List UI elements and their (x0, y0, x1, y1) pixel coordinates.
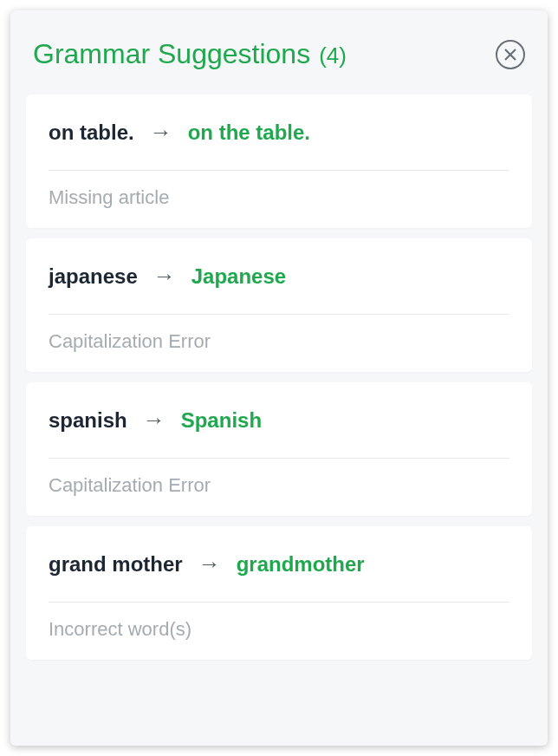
original-text: on table. (49, 121, 134, 145)
correction-row: spanish → Spanish (49, 407, 509, 433)
error-type-label: Capitalization Error (49, 330, 509, 353)
divider (49, 314, 509, 315)
arrow-icon: → (153, 263, 176, 290)
correction-row: on table. → on the table. (49, 119, 509, 146)
close-icon (503, 48, 517, 62)
divider (49, 170, 509, 171)
corrected-text: on the table. (188, 121, 310, 145)
original-text: grand mother (49, 552, 183, 577)
original-text: spanish (49, 408, 127, 433)
suggestion-card[interactable]: on table. → on the table. Missing articl… (26, 94, 532, 228)
divider (49, 458, 509, 459)
corrected-text: Japanese (191, 264, 286, 289)
corrected-text: Spanish (181, 408, 262, 433)
grammar-suggestions-panel: Grammar Suggestions (4) on table. → on t… (10, 10, 548, 746)
suggestion-card[interactable]: japanese → Japanese Capitalization Error (26, 238, 532, 372)
close-button[interactable] (496, 40, 525, 69)
error-type-label: Incorrect word(s) (49, 618, 509, 641)
panel-header: Grammar Suggestions (4) (26, 19, 532, 94)
correction-row: japanese → Japanese (49, 263, 509, 290)
error-type-label: Capitalization Error (49, 474, 509, 497)
suggestion-list: on table. → on the table. Missing articl… (26, 94, 532, 660)
divider (49, 602, 509, 603)
original-text: japanese (49, 264, 138, 289)
arrow-icon: → (198, 551, 221, 577)
suggestion-count: (4) (319, 42, 347, 69)
correction-row: grand mother → grandmother (49, 551, 509, 577)
arrow-icon: → (143, 407, 165, 433)
suggestion-card[interactable]: grand mother → grandmother Incorrect wor… (26, 526, 532, 660)
corrected-text: grandmother (237, 552, 365, 577)
title-wrap: Grammar Suggestions (4) (33, 38, 347, 70)
arrow-icon: → (150, 119, 172, 146)
suggestion-card[interactable]: spanish → Spanish Capitalization Error (26, 382, 532, 516)
panel-title: Grammar Suggestions (33, 38, 310, 70)
error-type-label: Missing article (49, 186, 509, 209)
